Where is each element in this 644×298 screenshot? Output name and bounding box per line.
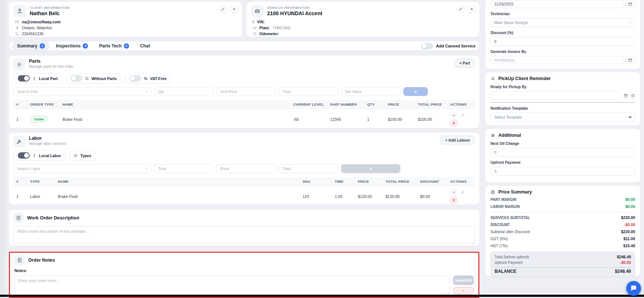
edit-part-button[interactable] [459,112,466,119]
edit-client-button[interactable] [219,5,227,13]
tab-summary[interactable]: Summary 2 [13,42,49,50]
odometer-row: Odometer: [251,32,475,36]
labor-card-button[interactable] [450,189,458,196]
labor-time-input[interactable] [154,164,214,173]
labor-margin-row: LABOR MARGIN $0.00 [491,204,635,209]
slash-circle-icon [85,76,89,80]
col-num: # [13,177,27,186]
search-labor-input[interactable] [13,164,151,173]
col-total-price: TOTAL PRICE [415,100,447,109]
calendar-icon[interactable] [625,56,635,64]
chevron-down-icon [145,90,149,93]
add-canned-service-control: Add Canned Service [421,43,476,49]
order-notes-textarea[interactable] [14,275,450,294]
edit-labor-button[interactable] [459,189,466,196]
tab-parts-tech[interactable]: Parts Tech 0 [95,42,133,50]
calendar-icon[interactable] [625,0,635,8]
add-labor-row-button[interactable]: + [341,164,400,173]
without-parts-toggle[interactable] [70,75,82,82]
discount-input[interactable] [491,37,635,46]
resize-handle-icon[interactable] [470,241,474,244]
part-margin-label: PART MARGIN [491,198,516,202]
cell-part-number: 12345 [327,109,364,130]
cell-total-price: $100.00 [415,109,447,130]
price-summary-card: Price Summary PART MARGIN $0.00 LABOR MA… [485,186,640,276]
divider [495,267,631,268]
add-part-row-button[interactable]: + [403,87,428,96]
part-margin-row: PART MARGIN $0.00 [491,197,635,202]
vat-free-toggle[interactable] [129,75,141,82]
next-oil-change-input[interactable] [491,148,635,157]
hst-label: HST (7%) [491,244,508,248]
cell-name: Brake Fluid [59,109,290,130]
order-type-badge: Order [30,116,48,123]
services-subtotal-row: SERVICES SUBTOTAL $220.00 [491,215,635,220]
edit-vehicle-button[interactable] [456,5,465,13]
divider [491,212,635,213]
add-canned-service-toggle[interactable] [421,43,433,49]
types-button[interactable]: Types [69,150,96,160]
local-part-toggle-box: Local Part [13,73,62,83]
wrench-icon [13,136,25,148]
cell-time: 1.00 [332,186,355,207]
sliders-icon [491,133,495,138]
remove-note-button[interactable]: - [453,287,474,294]
parts-subtitle: Manage parts for this order [29,64,73,69]
plate-label: Plate: [260,26,270,30]
vin-row: # VIN: [251,20,475,24]
delete-labor-button[interactable] [450,197,458,203]
col-price: PRICE [385,100,415,109]
order-date-input[interactable] [491,0,624,8]
technician-label: Technician [491,12,635,16]
part-tax-value-input[interactable] [341,87,400,96]
delete-part-button[interactable] [450,120,458,126]
document-icon [13,213,24,223]
work-order-description-title: Work Order Description [27,215,79,221]
technician-select[interactable] [491,18,635,27]
labor-margin-value: $0.00 [625,204,635,209]
client-phone: 2264561236 [22,32,43,36]
part-qty-input[interactable] [154,87,214,96]
chat-bubble-button[interactable] [626,281,641,296]
add-labour-button[interactable]: + Add Labour [440,136,475,145]
cell-discount: $0.00 [417,186,447,207]
add-client-button[interactable] [230,5,238,13]
cell-qty: 1 [364,109,385,130]
part-card-button[interactable] [450,112,458,119]
invoice-date-input[interactable] [491,56,624,64]
person-icon [13,5,26,17]
calendar-icon[interactable] [624,93,628,98]
ready-for-pickup-input[interactable] [491,91,621,100]
local-part-toggle[interactable] [18,75,30,82]
tab-inspections[interactable]: Inspections 0 [52,42,93,50]
notification-template-select[interactable] [491,113,635,122]
upfront-payment-input[interactable] [491,167,635,176]
gst-row: GST (5%) $11.00 [491,236,635,241]
discount-row: DISCOUNT -$0.00 [491,222,635,227]
upfront-payment-summary-value: -$0.00 [620,260,631,265]
part-total-input[interactable] [279,87,338,96]
add-vehicle-button[interactable] [468,5,476,13]
clock-icon[interactable] [631,93,635,98]
save-add-notes-button[interactable]: Save/Add [453,275,474,285]
types-label: Types [80,153,92,158]
tab-chat[interactable]: Chat [136,42,155,50]
resize-handle-icon[interactable] [446,291,449,294]
tab-label: Parts Tech [99,43,121,49]
parts-title: Parts [29,59,73,64]
percent-icon: % [144,76,148,81]
search-part-input[interactable] [13,87,151,96]
upfront-payment-label: Upfront Payment [491,160,635,165]
part-unit-price-input[interactable] [217,87,276,96]
balance-row: BALANCE $246.40 [495,269,631,274]
client-email[interactable]: na@onesoftway.com [22,20,60,24]
labor-total-input[interactable] [279,164,338,173]
labor-price-input[interactable] [217,164,276,173]
vin-hash-icon: # [252,20,255,24]
labor-title: Labor [29,136,66,141]
work-order-description-textarea[interactable] [13,226,475,244]
cell-current-level: -60 [290,109,327,130]
total-before-upfront-value: $246.40 [617,255,631,259]
add-part-button[interactable]: + Part [455,59,475,67]
local-labor-toggle[interactable] [18,152,30,159]
